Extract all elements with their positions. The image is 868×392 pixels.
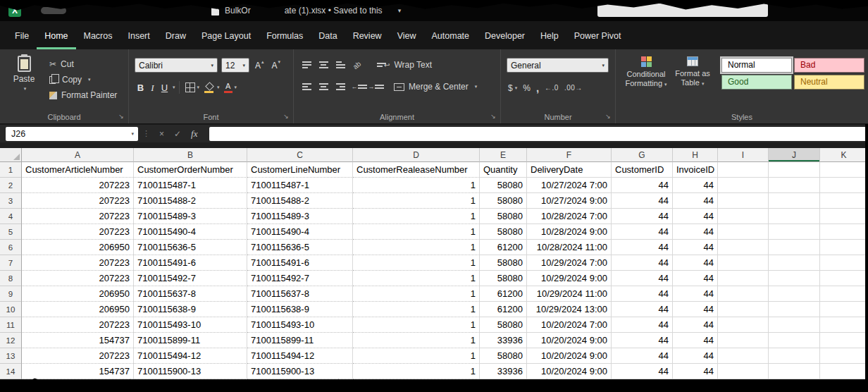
cell-h10[interactable]: 44	[673, 302, 718, 317]
cell-b9[interactable]: 7100115637-8	[134, 286, 247, 302]
cell-c14[interactable]: 7100115900-13	[247, 364, 353, 379]
cell-f1[interactable]: DeliveryDate	[527, 162, 612, 178]
cell-g14[interactable]: 44	[612, 364, 673, 379]
cell-a3[interactable]: 207223	[22, 193, 134, 209]
cell-b2[interactable]: 7100115487-1	[134, 178, 247, 193]
cell-d8[interactable]: 1	[353, 271, 480, 286]
row-header-7[interactable]: 7	[0, 255, 22, 271]
column-header-a[interactable]: A	[22, 148, 134, 162]
cell-a4[interactable]: 207223	[22, 209, 134, 224]
cell-i2[interactable]	[718, 178, 769, 193]
tab-review[interactable]: Review	[345, 21, 390, 49]
chevron-down-icon[interactable]: ▾	[173, 85, 175, 90]
cut-button[interactable]: ✂ Cut	[46, 56, 120, 72]
format-painter-button[interactable]: Format Painter	[46, 87, 120, 103]
cell-i4[interactable]	[718, 209, 769, 224]
cell-h3[interactable]: 44	[673, 193, 718, 209]
cell-g2[interactable]: 44	[612, 178, 673, 193]
cell-b12[interactable]: 7100115899-11	[134, 333, 247, 348]
cell-e12[interactable]: 33936	[480, 333, 527, 348]
cell-k14[interactable]	[820, 364, 868, 379]
cell-i14[interactable]	[718, 364, 769, 379]
cell-k10[interactable]	[820, 302, 868, 317]
row-header-3[interactable]: 3	[0, 193, 22, 209]
cell-c8[interactable]: 7100115492-7	[247, 271, 353, 286]
fill-color-button[interactable]: ▾	[202, 80, 222, 94]
cell-d1[interactable]: CustomerRealeaseNumber	[353, 162, 480, 178]
cell-g5[interactable]: 44	[612, 224, 673, 240]
cell-e1[interactable]: Quantity	[480, 162, 527, 178]
cell-e5[interactable]: 58080	[480, 224, 527, 240]
align-top-button[interactable]	[299, 58, 314, 72]
cell-f9[interactable]: 10/29/2024 11:00	[527, 286, 612, 302]
cell-k4[interactable]	[820, 209, 868, 224]
cell-k7[interactable]	[820, 255, 868, 271]
cell-d3[interactable]: 1	[353, 193, 480, 209]
excel-logo-icon[interactable]: X	[8, 4, 21, 17]
cell-j1[interactable]	[769, 162, 820, 178]
column-header-f[interactable]: F	[527, 148, 612, 162]
cell-k9[interactable]	[820, 286, 868, 302]
cell-a5[interactable]: 207223	[22, 224, 134, 240]
cell-i13[interactable]	[718, 348, 769, 364]
cell-b6[interactable]: 7100115636-5	[134, 240, 247, 255]
number-dialog-launcher[interactable]: ↘	[604, 112, 612, 121]
decrease-indent-button[interactable]: ←	[350, 80, 364, 94]
cell-c5[interactable]: 7100115490-4	[247, 224, 353, 240]
cell-g9[interactable]: 44	[612, 286, 673, 302]
cell-e6[interactable]: 61200	[480, 240, 527, 255]
cell-k5[interactable]	[820, 224, 868, 240]
column-header-c[interactable]: C	[247, 148, 353, 162]
row-header-10[interactable]: 10	[0, 302, 22, 317]
align-left-button[interactable]	[299, 80, 314, 94]
cell-i3[interactable]	[718, 193, 769, 209]
cell-c1[interactable]: CustomerLineNumber	[247, 162, 353, 178]
cell-h9[interactable]: 44	[673, 286, 718, 302]
cell-e10[interactable]: 61200	[480, 302, 527, 317]
row-header-13[interactable]: 13	[0, 348, 22, 364]
name-box[interactable]: J26 ▾	[6, 127, 138, 141]
underline-button[interactable]: U	[159, 81, 170, 94]
column-header-j[interactable]: J	[769, 148, 820, 162]
cell-g4[interactable]: 44	[612, 209, 673, 224]
cell-e2[interactable]: 58080	[480, 178, 527, 193]
row-header-14[interactable]: 14	[0, 364, 22, 379]
column-header-e[interactable]: E	[480, 148, 527, 162]
insert-function-button[interactable]: fx	[191, 128, 197, 140]
cell-d14[interactable]: 1	[353, 364, 480, 379]
cell-h6[interactable]: 44	[673, 240, 718, 255]
cell-g10[interactable]: 44	[612, 302, 673, 317]
cell-f10[interactable]: 10/29/2024 13:00	[527, 302, 612, 317]
column-header-g[interactable]: G	[612, 148, 673, 162]
cell-g13[interactable]: 44	[612, 348, 673, 364]
cell-k1[interactable]	[820, 162, 868, 178]
cell-j6[interactable]	[769, 240, 820, 255]
cell-f12[interactable]: 10/20/2024 9:00	[527, 333, 612, 348]
cell-b14[interactable]: 7100115900-13	[134, 364, 247, 379]
row-header-9[interactable]: 9	[0, 286, 22, 302]
tab-draw[interactable]: Draw	[158, 21, 194, 49]
tab-file[interactable]: File	[7, 21, 37, 49]
decrease-font-button[interactable]: A ▾	[270, 59, 283, 73]
cell-f3[interactable]: 10/27/2024 9:00	[527, 193, 612, 209]
cell-e4[interactable]: 58080	[480, 209, 527, 224]
cell-f6[interactable]: 10/28/2024 11:00	[527, 240, 612, 255]
cell-b3[interactable]: 7100115488-2	[134, 193, 247, 209]
cell-b5[interactable]: 7100115490-4	[134, 224, 247, 240]
font-size-select[interactable]: 12 ▾	[221, 58, 249, 73]
cell-a14[interactable]: 154737	[22, 364, 134, 379]
cell-k13[interactable]	[820, 348, 868, 364]
align-center-button[interactable]	[316, 80, 330, 94]
cell-j9[interactable]	[769, 286, 820, 302]
cell-d6[interactable]: 1	[353, 240, 480, 255]
cell-j5[interactable]	[769, 224, 820, 240]
cell-j13[interactable]	[769, 348, 820, 364]
cell-c2[interactable]: 7100115487-1	[247, 178, 353, 193]
cell-h11[interactable]: 44	[673, 317, 718, 333]
increase-decimal-button[interactable]: ←.0	[545, 84, 559, 92]
cell-j8[interactable]	[769, 271, 820, 286]
row-header-4[interactable]: 4	[0, 209, 22, 224]
cell-d10[interactable]: 1	[353, 302, 480, 317]
cell-style-normal[interactable]: Normal	[721, 58, 792, 73]
tab-developer[interactable]: Developer	[477, 21, 533, 49]
